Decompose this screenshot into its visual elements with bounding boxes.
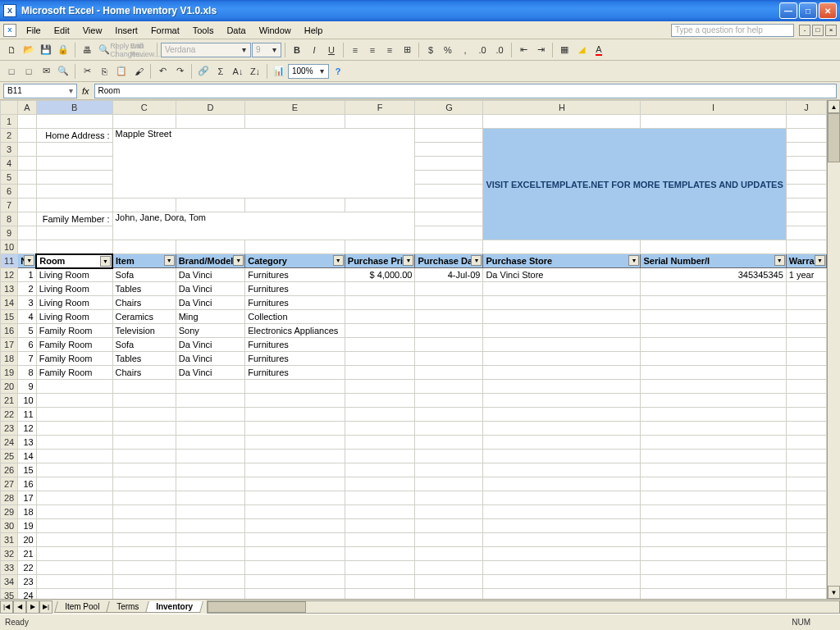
cell-price[interactable]: [345, 310, 415, 324]
cell-item[interactable]: Sofa: [112, 338, 176, 352]
filter-dropdown-icon[interactable]: ▼: [100, 256, 111, 267]
doc-close-button[interactable]: ×: [825, 25, 837, 36]
cell[interactable]: [483, 240, 641, 254]
cell-item[interactable]: Chairs: [112, 366, 176, 380]
cell[interactable]: [415, 561, 483, 575]
cell-no[interactable]: 22: [18, 561, 36, 575]
cell[interactable]: [641, 561, 786, 575]
cell-warranty[interactable]: 1 year: [786, 268, 826, 282]
cell[interactable]: [415, 422, 483, 436]
cell[interactable]: [415, 463, 483, 477]
sort-asc-button[interactable]: A↓: [230, 63, 246, 80]
cell[interactable]: [18, 115, 36, 129]
promo-banner[interactable]: VISIT EXCELTEMPLATE.NET FOR MORE TEMPLAT…: [483, 129, 786, 240]
align-right-button[interactable]: ≡: [381, 42, 398, 58]
cell[interactable]: [176, 519, 245, 533]
cell-room[interactable]: Family Room: [36, 324, 112, 338]
copy-button[interactable]: ⎘: [96, 63, 112, 80]
cell[interactable]: [641, 533, 786, 547]
cell-date[interactable]: [415, 296, 483, 310]
col-header-J[interactable]: J: [786, 101, 826, 115]
cell[interactable]: [483, 561, 641, 575]
cell-serial[interactable]: [641, 296, 786, 310]
cell[interactable]: [345, 463, 415, 477]
cell[interactable]: [245, 519, 345, 533]
cell[interactable]: [176, 394, 245, 408]
col-header-G[interactable]: G: [415, 101, 483, 115]
cell[interactable]: [36, 408, 112, 422]
comma-button[interactable]: ,: [457, 42, 473, 58]
col-header-H[interactable]: H: [483, 101, 641, 115]
print-button[interactable]: 🖶: [79, 42, 95, 58]
cell[interactable]: [245, 491, 345, 505]
cell-no[interactable]: 4: [18, 310, 36, 324]
table-header-brand-model[interactable]: Brand/Model▼: [176, 254, 245, 268]
cell[interactable]: [641, 240, 786, 254]
cell[interactable]: [786, 408, 826, 422]
cell-brand[interactable]: Da Vinci: [176, 338, 245, 352]
cell-category[interactable]: Furnitures: [245, 268, 345, 282]
cell-date[interactable]: [415, 310, 483, 324]
undo-button[interactable]: ↶: [154, 63, 171, 80]
cell-no[interactable]: 9: [18, 380, 36, 394]
cell-brand[interactable]: Sony: [176, 324, 245, 338]
cell-serial[interactable]: 345345345: [641, 268, 786, 282]
cell-date[interactable]: [415, 282, 483, 296]
tab-last-button[interactable]: ▶|: [39, 600, 52, 614]
cell-category[interactable]: Collection: [245, 310, 345, 324]
cell[interactable]: [345, 533, 415, 547]
cell[interactable]: [245, 450, 345, 463]
cell[interactable]: [786, 533, 826, 547]
format-painter-button[interactable]: 🖌: [130, 63, 147, 80]
cell[interactable]: [245, 408, 345, 422]
cell-date[interactable]: [415, 366, 483, 380]
export-button[interactable]: □: [21, 63, 37, 80]
underline-button[interactable]: U: [323, 42, 340, 58]
horizontal-scrollbar[interactable]: [207, 600, 841, 614]
cell-category[interactable]: Furnitures: [245, 366, 345, 380]
close-button[interactable]: ✕: [819, 2, 837, 19]
cell-no[interactable]: 13: [18, 436, 36, 450]
cell-no[interactable]: 1: [18, 268, 36, 282]
cell-room[interactable]: Living Room: [36, 268, 112, 282]
zoom-combo[interactable]: 100%▾: [288, 64, 329, 79]
cell[interactable]: [176, 533, 245, 547]
cell-category[interactable]: Furnitures: [245, 352, 345, 366]
col-header-F[interactable]: F: [345, 101, 415, 115]
cell[interactable]: [415, 115, 483, 129]
filter-dropdown-icon[interactable]: ▼: [333, 255, 344, 266]
filter-dropdown-icon[interactable]: ▼: [403, 255, 413, 266]
fill-color-button[interactable]: ◢: [573, 42, 590, 58]
cell[interactable]: [176, 491, 245, 505]
cell-date[interactable]: [415, 338, 483, 352]
cell[interactable]: [415, 450, 483, 463]
align-center-button[interactable]: ≡: [364, 42, 381, 58]
help-search[interactable]: Type a question for help: [671, 24, 794, 37]
cell[interactable]: [345, 422, 415, 436]
cell-item[interactable]: Television: [112, 324, 176, 338]
cell-warranty[interactable]: [786, 338, 826, 352]
cell[interactable]: [483, 115, 641, 129]
decrease-decimal-button[interactable]: .0: [491, 42, 508, 58]
filter-dropdown-icon[interactable]: ▼: [471, 255, 482, 266]
cell[interactable]: [483, 380, 641, 394]
cell-room[interactable]: Living Room: [36, 310, 112, 324]
cell[interactable]: [641, 519, 786, 533]
cell[interactable]: [245, 240, 345, 254]
table-header-purchase-store[interactable]: Purchase Store▼: [483, 254, 641, 268]
table-header-category[interactable]: Category▼: [245, 254, 345, 268]
cell[interactable]: [345, 394, 415, 408]
cell[interactable]: [483, 505, 641, 519]
cell-no[interactable]: 17: [18, 491, 36, 505]
cell[interactable]: [345, 115, 415, 129]
cell-no[interactable]: 24: [18, 589, 36, 600]
cell-price[interactable]: [345, 366, 415, 380]
doc-minimize-button[interactable]: -: [799, 25, 810, 36]
cell[interactable]: [245, 547, 345, 561]
maximize-button[interactable]: □: [799, 2, 817, 19]
cell-no[interactable]: 11: [18, 408, 36, 422]
cell-brand[interactable]: Ming: [176, 310, 245, 324]
cell[interactable]: [245, 533, 345, 547]
cell[interactable]: [112, 450, 176, 463]
cell-category[interactable]: Furnitures: [245, 282, 345, 296]
